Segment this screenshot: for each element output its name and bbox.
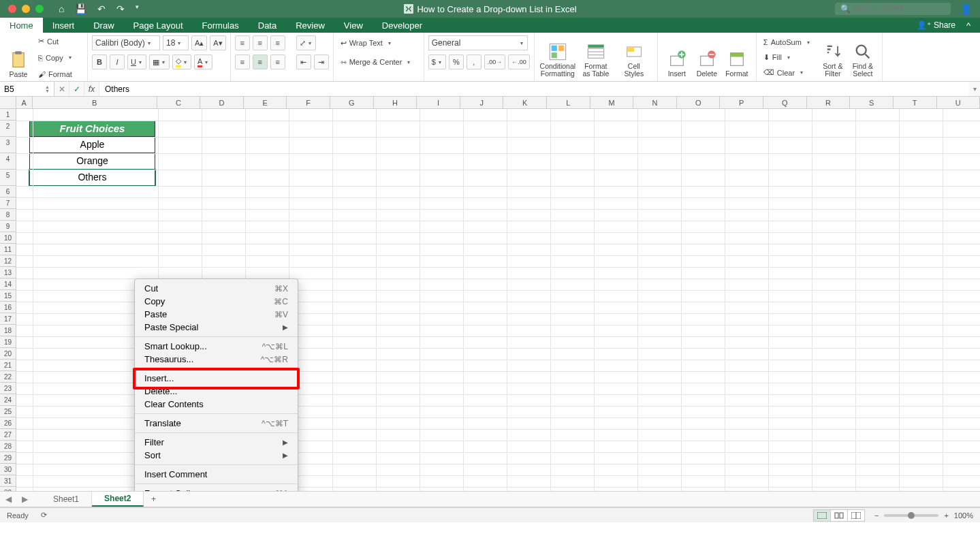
row-header[interactable]: 25 [0, 406, 16, 417]
row-header[interactable]: 32 [0, 487, 16, 491]
row-header[interactable]: 30 [0, 464, 16, 475]
col-header[interactable]: H [374, 97, 417, 109]
name-box[interactable]: B5 ▲▼ [0, 82, 54, 96]
home-icon[interactable]: ⌂ [59, 3, 64, 14]
context-menu-item[interactable]: Sort▶ [135, 449, 298, 462]
tab-developer[interactable]: Developer [373, 18, 432, 33]
col-header[interactable]: T [894, 97, 937, 109]
page-layout-view-button[interactable] [830, 509, 848, 522]
tab-formulas[interactable]: Formulas [193, 18, 249, 33]
row-header[interactable]: 26 [0, 417, 16, 429]
minimize-window-icon[interactable] [22, 5, 30, 13]
normal-view-button[interactable] [813, 509, 831, 522]
page-break-view-button[interactable] [847, 509, 865, 522]
share-button[interactable]: 👤⁺ Share [917, 20, 955, 30]
insert-cells-button[interactable]: Insert [662, 35, 692, 79]
row-header[interactable]: 17 [0, 313, 16, 325]
row-header[interactable]: 21 [0, 360, 16, 371]
context-menu-item[interactable]: Format Cells...⌘1 [135, 487, 298, 491]
row-header[interactable]: 19 [0, 336, 16, 348]
cancel-formula-button[interactable]: ✕ [54, 82, 69, 96]
bold-button[interactable]: B [92, 54, 107, 69]
tab-draw[interactable]: Draw [84, 18, 123, 33]
row-header[interactable]: 27 [0, 429, 16, 441]
row-header[interactable]: 3 [0, 137, 16, 153]
conditional-formatting-button[interactable]: Conditional Formatting [539, 35, 577, 79]
sheet-tab[interactable]: Sheet1 [41, 492, 92, 507]
context-menu-item[interactable]: Paste⌘V [135, 308, 298, 321]
row-header[interactable]: 29 [0, 452, 16, 464]
col-header[interactable]: S [850, 97, 894, 109]
col-header[interactable]: B [33, 97, 157, 109]
row-header[interactable]: 16 [0, 302, 16, 313]
context-menu-item[interactable]: Copy⌘C [135, 295, 298, 308]
col-header[interactable]: N [633, 97, 677, 109]
italic-button[interactable]: I [110, 54, 125, 69]
col-header[interactable]: J [460, 97, 504, 109]
row-header[interactable]: 6 [0, 186, 16, 197]
tab-data[interactable]: Data [249, 18, 286, 33]
context-menu-item[interactable]: Smart Lookup...^⌥⌘L [135, 340, 298, 353]
row-header[interactable]: 13 [0, 267, 16, 279]
col-header[interactable]: F [287, 97, 330, 109]
row-header[interactable]: 1 [0, 109, 16, 121]
fill-button[interactable]: ⬇Fill▾ [761, 50, 818, 64]
underline-button[interactable]: U▾ [127, 54, 146, 69]
select-all-corner[interactable] [0, 97, 16, 109]
wrap-text-button[interactable]: ↩Wrap Text▾ [338, 35, 406, 50]
zoom-in-button[interactable]: + [944, 511, 948, 520]
col-header[interactable]: I [417, 97, 460, 109]
redo-icon[interactable]: ↷ [116, 3, 125, 14]
fill-color-button[interactable]: ◇▾ [172, 54, 191, 69]
col-header[interactable]: O [677, 97, 721, 109]
zoom-slider[interactable] [884, 514, 938, 517]
copy-button[interactable]: ⎘Copy▾ [35, 50, 83, 65]
cell-styles-button[interactable]: Cell Styles [615, 35, 653, 79]
row-header[interactable]: 9 [0, 221, 16, 232]
formula-input[interactable]: Others [99, 82, 969, 96]
align-left-button[interactable]: ≡ [235, 54, 250, 69]
align-top-button[interactable]: ≡ [235, 35, 250, 50]
col-header[interactable]: R [807, 97, 851, 109]
col-header[interactable]: A [16, 97, 33, 109]
increase-font-button[interactable]: A▴ [191, 35, 207, 50]
font-name-select[interactable]: Calibri (Body)▾ [92, 35, 160, 50]
sort-filter-button[interactable]: Sort & Filter [818, 35, 848, 79]
user-icon[interactable]: 👤 [960, 3, 972, 14]
col-header[interactable]: Q [763, 97, 807, 109]
decrease-indent-button[interactable]: ⇤ [296, 54, 311, 69]
col-header[interactable]: D [200, 97, 244, 109]
accept-formula-button[interactable]: ✓ [69, 82, 84, 96]
context-menu-item[interactable]: Paste Special▶ [135, 321, 298, 334]
sheet-tab[interactable]: Sheet2 [92, 492, 144, 507]
collapse-ribbon-icon[interactable]: ^ [962, 19, 975, 31]
row-header[interactable]: 7 [0, 197, 16, 209]
zoom-thumb[interactable] [908, 512, 915, 519]
tab-review[interactable]: Review [286, 18, 334, 33]
percent-button[interactable]: % [449, 54, 464, 69]
align-middle-button[interactable]: ≡ [253, 35, 268, 50]
fx-button[interactable]: fx [84, 82, 99, 96]
row-header[interactable]: 24 [0, 394, 16, 406]
col-header[interactable]: G [330, 97, 374, 109]
format-painter-button[interactable]: 🖌Format [35, 67, 83, 82]
sheet-nav-next[interactable]: ▶ [16, 494, 33, 504]
tab-view[interactable]: View [334, 18, 373, 33]
row-header[interactable]: 31 [0, 475, 16, 487]
context-menu-item[interactable]: Thesaurus...^⌥⌘R [135, 353, 298, 366]
row-header[interactable]: 23 [0, 383, 16, 394]
align-bottom-button[interactable]: ≡ [270, 35, 285, 50]
table-row[interactable]: Orange [29, 153, 155, 170]
sheet-nav-prev[interactable]: ◀ [0, 494, 16, 504]
col-header[interactable]: K [503, 97, 547, 109]
qat-dropdown-icon[interactable]: ▾ [136, 3, 139, 14]
merge-center-button[interactable]: ⇿Merge & Center▾ [338, 54, 420, 69]
delete-cells-button[interactable]: Delete [692, 35, 722, 79]
context-menu-item[interactable]: Cut⌘X [135, 282, 298, 295]
cut-button[interactable]: ✂Cut [35, 34, 83, 49]
macro-record-icon[interactable]: ⟳ [41, 511, 47, 520]
spreadsheet-grid[interactable]: A B C D E F G H I J K L M N O P Q R S T … [0, 97, 980, 491]
row-header[interactable]: 28 [0, 441, 16, 452]
row-header[interactable]: 20 [0, 348, 16, 360]
tab-insert[interactable]: Insert [43, 18, 84, 33]
